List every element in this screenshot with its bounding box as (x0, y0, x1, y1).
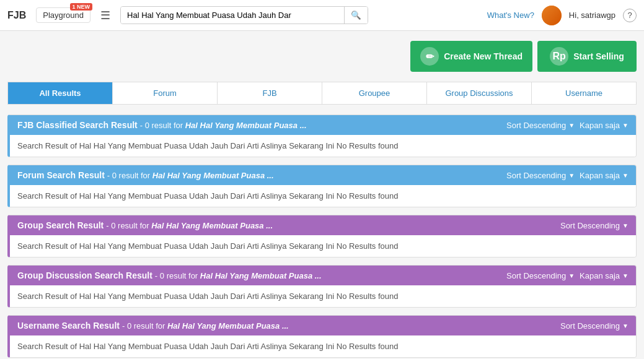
result-subtitle-group: - 0 result for Hal Hal Yang Membuat Puas… (106, 221, 273, 230)
search-container: 🔍 (120, 6, 368, 24)
new-badge: 1 NEW (70, 3, 93, 11)
kapan-arrow-icon: ▼ (622, 122, 629, 129)
tabs-container: All ResultsForumFJBGroupeeGroup Discussi… (7, 82, 637, 105)
whats-new-link[interactable]: What's New? (487, 11, 534, 20)
kapan-dropdown-group-discussion[interactable]: Kapan saja ▼ (580, 271, 629, 280)
result-header-left-group: Group Search Result - 0 result for Hal H… (17, 220, 273, 230)
search-button[interactable]: 🔍 (344, 7, 368, 24)
result-section-group: Group Search Result - 0 result for Hal H… (7, 215, 637, 257)
sort-dropdown-group-discussion[interactable]: Sort Descending ▼ (506, 271, 575, 280)
result-header-left-username: Username Search Result - 0 result for Ha… (17, 321, 289, 331)
result-header-right-fjb: Sort Descending ▼Kapan saja ▼ (506, 121, 629, 130)
kapan-arrow-icon: ▼ (622, 172, 629, 179)
create-thread-button[interactable]: ✏ Create New Thread (410, 41, 532, 72)
kapan-arrow-icon: ▼ (622, 272, 629, 279)
kapan-dropdown-forum[interactable]: Kapan saja ▼ (580, 171, 629, 180)
result-title-group-discussion: Group Discussion Search Result (17, 270, 152, 280)
result-title-forum: Forum Search Result (17, 170, 105, 180)
result-subtitle-group-discussion: - 0 result for Hal Hal Yang Membuat Puas… (155, 271, 322, 280)
result-section-fjb: FJB Classified Search Result - 0 result … (7, 115, 637, 157)
result-header-right-username: Sort Descending ▼ (560, 321, 629, 331)
hamburger-icon: ☰ (100, 9, 110, 22)
header-right: What's New? Hi, satriawgp ? (487, 6, 637, 25)
search-icon: 🔍 (351, 11, 361, 20)
result-body-group: Search Result of Hal Hal Yang Membuat Pu… (10, 235, 636, 257)
sort-arrow-icon: ▼ (568, 172, 575, 179)
tab-fjb[interactable]: FJB (218, 82, 322, 104)
pencil-icon: ✏ (426, 51, 434, 63)
create-thread-icon: ✏ (420, 47, 439, 66)
help-button[interactable]: ? (623, 9, 637, 22)
sort-dropdown-username[interactable]: Sort Descending ▼ (560, 321, 629, 331)
result-header-group-discussion: Group Discussion Search Result - 0 resul… (10, 266, 636, 285)
playground-button[interactable]: Playground 1 NEW (36, 7, 90, 23)
result-section-forum: Forum Search Result - 0 result for Hal H… (7, 165, 637, 207)
results-container: FJB Classified Search Result - 0 result … (7, 115, 637, 358)
result-title-username: Username Search Result (17, 321, 120, 331)
avatar-image (542, 6, 562, 25)
help-icon: ? (627, 11, 632, 20)
tab-username[interactable]: Username (532, 82, 636, 104)
result-section-username: Username Search Result - 0 result for Ha… (7, 315, 637, 358)
result-section-group-discussion: Group Discussion Search Result - 0 resul… (7, 265, 637, 308)
result-header-left-forum: Forum Search Result - 0 result for Hal H… (17, 170, 274, 180)
create-thread-label: Create New Thread (444, 51, 523, 61)
tab-all-results[interactable]: All Results (8, 82, 113, 104)
result-header-left-fjb: FJB Classified Search Result - 0 result … (17, 120, 307, 130)
avatar (542, 6, 562, 25)
fjb-logo: FJB (7, 10, 26, 21)
result-header-left-group-discussion: Group Discussion Search Result - 0 resul… (17, 270, 322, 280)
hi-user-label: Hi, satriawgp (569, 11, 615, 20)
sort-arrow-icon: ▼ (568, 122, 575, 129)
result-body-fjb: Search Result of Hal Hal Yang Membuat Pu… (10, 135, 636, 157)
sort-dropdown-group[interactable]: Sort Descending ▼ (560, 221, 629, 230)
hamburger-menu-button[interactable]: ☰ (97, 6, 114, 25)
start-selling-icon: Rp (550, 47, 568, 66)
result-title-fjb: FJB Classified Search Result (17, 120, 138, 130)
rp-icon: Rp (552, 51, 565, 62)
kapan-dropdown-fjb[interactable]: Kapan saja ▼ (580, 121, 629, 130)
search-input[interactable] (121, 7, 344, 24)
result-body-forum: Search Result of Hal Hal Yang Membuat Pu… (10, 185, 636, 207)
result-header-forum: Forum Search Result - 0 result for Hal H… (10, 165, 636, 185)
action-buttons: ✏ Create New Thread Rp Start Selling (7, 41, 637, 72)
result-header-username: Username Search Result - 0 result for Ha… (10, 316, 636, 335)
result-title-group: Group Search Result (17, 220, 104, 230)
tab-groupee[interactable]: Groupee (322, 82, 427, 104)
result-header-group: Group Search Result - 0 result for Hal H… (10, 215, 636, 235)
result-body-username: Search Result of Hal Hal Yang Membuat Pu… (10, 335, 636, 357)
result-subtitle-username: - 0 result for Hal Hal Yang Membuat Puas… (122, 321, 289, 331)
playground-label: Playground (43, 11, 84, 20)
result-subtitle-fjb: - 0 result for Hal Hal Yang Membuat Puas… (140, 121, 307, 130)
result-body-group-discussion: Search Result of Hal Hal Yang Membuat Pu… (10, 285, 636, 307)
start-selling-label: Start Selling (573, 51, 624, 61)
header: FJB Playground 1 NEW ☰ 🔍 What's New? Hi,… (0, 0, 644, 31)
tab-forum[interactable]: Forum (113, 82, 218, 104)
result-header-fjb: FJB Classified Search Result - 0 result … (10, 115, 636, 135)
sort-dropdown-forum[interactable]: Sort Descending ▼ (506, 171, 575, 180)
sort-arrow-icon: ▼ (622, 222, 629, 229)
start-selling-button[interactable]: Rp Start Selling (537, 41, 637, 72)
result-subtitle-forum: - 0 result for Hal Hal Yang Membuat Puas… (107, 171, 274, 180)
sort-arrow-icon: ▼ (622, 322, 629, 329)
sort-dropdown-fjb[interactable]: Sort Descending ▼ (506, 121, 575, 130)
sort-arrow-icon: ▼ (568, 272, 575, 279)
main-content: ✏ Create New Thread Rp Start Selling All… (0, 31, 644, 359)
result-header-right-group-discussion: Sort Descending ▼Kapan saja ▼ (506, 271, 629, 280)
result-header-right-forum: Sort Descending ▼Kapan saja ▼ (506, 171, 629, 180)
tab-group-discussions[interactable]: Group Discussions (427, 82, 532, 104)
result-header-right-group: Sort Descending ▼ (560, 221, 629, 230)
